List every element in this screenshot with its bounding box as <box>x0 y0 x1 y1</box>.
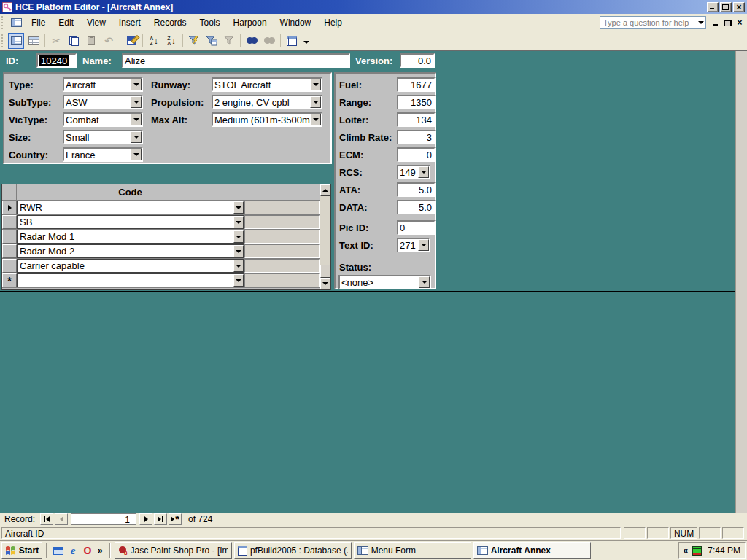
row-selector[interactable] <box>2 259 17 273</box>
maxalt-combo[interactable]: Medium (601m-3500m) <box>212 112 322 127</box>
scroll-down-icon[interactable] <box>320 278 330 289</box>
filter-by-form-button[interactable] <box>204 33 220 49</box>
sort-descending-button[interactable]: ZA↓ <box>163 33 179 49</box>
clock[interactable]: 7:44 PM <box>708 545 740 556</box>
chevron-down-icon[interactable] <box>310 96 321 108</box>
code-cell[interactable]: Radar Mod 1 <box>17 230 244 244</box>
next-record-button[interactable] <box>139 513 152 525</box>
record-number-field[interactable]: 1 <box>71 513 136 525</box>
apply-filter-button[interactable] <box>221 33 237 49</box>
menu-tools[interactable]: Tools <box>193 15 227 30</box>
code-cell[interactable]: RWR <box>17 201 244 214</box>
chevron-down-icon[interactable] <box>233 230 244 243</box>
country-combo[interactable]: France <box>63 147 143 162</box>
find-next-button[interactable] <box>261 33 277 49</box>
internet-explorer-icon[interactable]: e <box>66 543 80 558</box>
tray-collapse-chevron[interactable]: « <box>684 545 689 556</box>
save-record-button[interactable] <box>123 33 139 49</box>
start-button[interactable]: Start <box>1 542 42 559</box>
form-view-button[interactable] <box>8 33 24 49</box>
show-desktop-icon[interactable] <box>51 543 66 558</box>
climb-rate-field[interactable]: 3 <box>397 130 436 144</box>
propulsion-combo[interactable]: 2 engine, CV cpbl <box>212 95 322 109</box>
status-combo[interactable]: <none> <box>338 275 431 289</box>
menu-window[interactable]: Window <box>274 15 318 30</box>
first-record-button[interactable] <box>40 513 53 525</box>
ecm-field[interactable]: 0 <box>397 147 436 162</box>
fuel-field[interactable]: 1677 <box>397 77 436 92</box>
chevron-down-icon[interactable] <box>233 201 244 214</box>
datasheet-view-button[interactable] <box>26 33 42 49</box>
row-selector[interactable] <box>2 215 17 229</box>
pic-id-field[interactable]: 0 <box>397 220 436 235</box>
menu-file[interactable]: File <box>25 15 52 30</box>
form-vertical-scrollbar[interactable] <box>735 51 747 513</box>
paste-button[interactable] <box>83 33 99 49</box>
task-menu-form[interactable]: Menu Form <box>354 542 471 559</box>
toolbar-options-button[interactable] <box>302 39 311 44</box>
code-extra-cell[interactable] <box>244 215 320 229</box>
code-cell[interactable]: SB <box>17 215 244 229</box>
scroll-up-icon[interactable] <box>320 184 330 196</box>
row-selector-current[interactable] <box>2 201 17 214</box>
type-combo[interactable]: Aircraft <box>63 77 143 92</box>
chevron-down-icon[interactable] <box>233 245 244 257</box>
runway-combo[interactable]: STOL Aircraft <box>212 77 322 92</box>
task-paint-shop-pro[interactable]: 8 Jasc Paint Shop Pro - [Im... <box>115 542 232 559</box>
code-scrollbar[interactable] <box>320 184 330 289</box>
code-extra-cell[interactable] <box>244 273 320 287</box>
chevron-down-icon[interactable] <box>233 260 244 272</box>
child-restore-button[interactable] <box>722 17 734 28</box>
scroll-thumb[interactable] <box>320 265 330 278</box>
code-cell[interactable] <box>17 273 244 287</box>
previous-record-button[interactable] <box>55 513 68 525</box>
menu-edit[interactable]: Edit <box>52 15 80 30</box>
child-close-button[interactable]: × <box>734 17 746 28</box>
chevron-down-icon[interactable] <box>419 276 430 288</box>
chevron-down-icon[interactable] <box>233 274 244 287</box>
find-button[interactable] <box>244 33 260 49</box>
victype-combo[interactable]: Combat <box>63 112 143 127</box>
quick-launch-overflow-chevron[interactable]: » <box>98 545 103 556</box>
chevron-down-icon[interactable] <box>131 96 142 108</box>
sort-ascending-button[interactable]: AZ↓ <box>146 33 162 49</box>
name-field[interactable]: Alize <box>122 53 350 68</box>
size-combo[interactable]: Small <box>63 130 143 144</box>
loiter-field[interactable]: 134 <box>397 112 436 127</box>
chevron-down-icon[interactable] <box>418 239 429 251</box>
chevron-down-icon[interactable] <box>233 216 244 228</box>
row-selector-new[interactable]: * <box>2 273 17 287</box>
chevron-down-icon[interactable] <box>131 131 142 143</box>
child-minimize-button[interactable] <box>711 17 722 28</box>
scroll-track[interactable] <box>320 196 330 265</box>
minimize-button[interactable] <box>707 2 719 12</box>
copy-button[interactable] <box>66 33 82 49</box>
menubar-grip[interactable] <box>1 16 5 29</box>
code-extra-cell[interactable] <box>244 230 320 244</box>
chevron-down-icon[interactable] <box>310 79 321 90</box>
database-window-button[interactable] <box>284 33 300 49</box>
task-aircraft-annex[interactable]: Aircraft Annex <box>473 542 591 559</box>
toolbar-grip[interactable] <box>1 34 5 47</box>
menu-records[interactable]: Records <box>147 15 193 30</box>
menu-view[interactable]: View <box>80 15 112 30</box>
version-field[interactable]: 0.0 <box>400 53 435 68</box>
range-field[interactable]: 1350 <box>397 95 436 109</box>
code-extra-cell[interactable] <box>244 244 320 258</box>
row-selector[interactable] <box>2 230 17 244</box>
close-button[interactable]: × <box>733 2 745 12</box>
opera-icon[interactable]: O <box>80 543 95 558</box>
text-id-combo[interactable]: 271 <box>397 238 430 252</box>
code-extra-cell[interactable] <box>244 259 320 273</box>
code-extra-cell[interactable] <box>244 201 320 214</box>
filter-by-selection-button[interactable] <box>186 33 202 49</box>
help-question-box[interactable]: Type a question for help <box>600 16 706 29</box>
row-selector[interactable] <box>2 244 17 258</box>
id-field[interactable]: 10240 <box>36 53 77 68</box>
task-pfbuild-database[interactable]: pfBuild2005 : Database (... <box>234 542 352 559</box>
tray-meter-icon[interactable] <box>692 546 702 556</box>
menu-help[interactable]: Help <box>317 15 349 30</box>
rcs-combo[interactable]: 149 <box>397 165 430 179</box>
subtype-combo[interactable]: ASW <box>63 95 143 109</box>
chevron-down-icon[interactable] <box>131 114 142 125</box>
